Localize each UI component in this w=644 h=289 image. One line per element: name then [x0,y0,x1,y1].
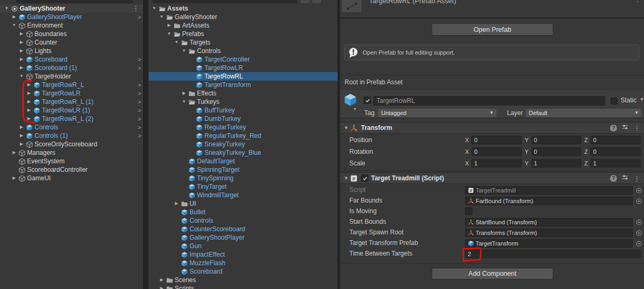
hierarchy-search-field-cutoff[interactable] [16,0,133,3]
foldout-arrow[interactable]: ▶ [18,38,25,47]
static-dropdown-arrow[interactable]: ▼ [640,97,644,102]
presets-icon[interactable] [622,174,629,182]
foldout-arrow[interactable]: ▶ [158,284,165,289]
project-search-field-cutoff[interactable] [153,0,297,3]
project-item-targetcontroller[interactable]: TargetController [149,55,338,64]
project-item-defaulttarget[interactable]: DefaultTarget [149,157,338,165]
project-item-buffturkey[interactable]: BuffTurkey [149,106,338,115]
project-item-regularturkey-red[interactable]: RegularTurkey_Red [149,132,338,140]
panel-splitter[interactable] [143,0,149,289]
project-item-turkeys[interactable]: ▼Turkeys [149,98,338,106]
hierarchy-item-scoreboardcontroller[interactable]: ScoreboardController [0,165,143,174]
foldout-arrow[interactable]: ▼ [158,13,165,21]
open-prefab-chevron-icon[interactable]: > [138,106,141,115]
presets-icon[interactable] [622,124,629,132]
foldout-arrow[interactable]: ▼ [151,4,158,13]
project-item-effects[interactable]: ▶Effects [149,89,338,98]
project-item-counterscoreboard[interactable]: CounterScoreboard [149,225,338,233]
project-item-scripts[interactable]: ▶Scripts [149,284,338,289]
project-item-windmilltarget[interactable]: WindmillTarget [149,191,338,199]
hierarchy-item-controls-1[interactable]: ▶Controls (1)> [0,132,143,140]
project-item-regularturkey[interactable]: RegularTurkey [149,123,338,132]
object-picker-icon[interactable] [636,198,642,205]
project-item-targettransform[interactable]: TargetTransform [149,81,338,89]
foldout-arrow[interactable]: ▼ [181,98,187,106]
project-item-spinningtarget[interactable]: SpinningTarget [149,165,338,174]
foldout-arrow[interactable]: ▶ [18,123,25,132]
component-menu-icon[interactable]: ⋮ [633,174,640,182]
open-prefab-button[interactable]: Open Prefab [432,23,553,36]
script-object-field[interactable]: #TargetTreadmill [465,186,633,195]
prefab-preview-thumbnail[interactable] [342,0,362,12]
foldout-arrow[interactable]: ▼ [342,176,350,181]
open-prefab-chevron-icon[interactable]: > [138,98,141,106]
hierarchy-item-scoreonlyscoreboard[interactable]: ▶ScoreOnlyScoreboard [0,140,143,148]
scale-y-field[interactable]: 1 [531,159,582,168]
hierarchy-item-lights[interactable]: ▶Lights [0,47,143,55]
foldout-arrow[interactable]: ▶ [11,148,18,157]
hierarchy-item-eventsystem[interactable]: EventSystem [0,157,143,165]
position-x-field[interactable]: 0 [471,136,522,144]
hierarchy-item-gameui[interactable]: ▶GameUI [0,174,143,182]
foldout-arrow[interactable]: ▼ [166,30,173,38]
hierarchy-item-managers[interactable]: ▶Managers [0,148,143,157]
foldout-arrow[interactable]: ▶ [166,21,173,30]
foldout-arrow[interactable]: ▶ [18,30,25,38]
open-prefab-chevron-icon[interactable]: > [138,81,141,89]
name-field[interactable]: TargetRowRL [373,96,605,106]
project-item-controls[interactable]: Controls [149,216,338,225]
hierarchy-options-icon[interactable]: ⋮ [133,5,139,13]
project-item-bullet[interactable]: Bullet [149,208,338,216]
foldout-arrow[interactable]: ▶ [11,13,18,21]
foldout-arrow[interactable]: ▶ [18,55,25,64]
project-item-impacteffect[interactable]: ImpactEffect [149,250,338,259]
help-icon[interactable]: ? [610,125,617,132]
hierarchy-item-scoreboard-1[interactable]: ▶Scoreboard (1)> [0,64,143,72]
component-enabled-checkbox[interactable] [361,174,368,182]
project-item-tinyspinning[interactable]: TinySpinning [149,174,338,182]
help-icon[interactable]: ? [610,175,617,182]
project-item-dumbturkey[interactable]: DumbTurkey [149,115,338,123]
foldout-arrow[interactable]: ▶ [173,199,180,208]
project-toolbar-button-cutoff[interactable] [312,0,321,3]
project-item-controls[interactable]: ▼Controls [149,47,338,55]
target-spawn-root-object-field[interactable]: Transforms (Transform) [465,229,633,237]
hierarchy-item-targetrowr-l-1[interactable]: ▶TargetRowR_L (1)> [0,98,143,106]
rotation-x-field[interactable]: 0 [471,147,522,156]
project-item-tinytarget[interactable]: TinyTarget [149,182,338,191]
object-picker-icon[interactable] [636,230,642,237]
project-item-scoreboard[interactable]: Scoreboard [149,267,338,276]
hierarchy-item-targetrowr-l[interactable]: ▶TargetRowR_L> [0,81,143,89]
hierarchy-item-environment[interactable]: ▼Environment [0,21,143,30]
hierarchy-item-targetrowlr[interactable]: ▶TargetRowLR> [0,89,143,98]
foldout-arrow[interactable]: ▶ [181,89,187,98]
open-prefab-chevron-icon[interactable]: > [138,64,141,72]
foldout-arrow[interactable]: ▶ [25,81,32,89]
project-item-sneakyturkey-blue[interactable]: SneakyTurkey_Blue [149,148,338,157]
foldout-arrow[interactable]: ▶ [18,140,25,148]
project-toolbar-button-cutoff[interactable] [300,0,310,3]
project-item-gun[interactable]: Gun [149,242,338,250]
open-prefab-chevron-icon[interactable]: > [138,55,141,64]
scale-z-field[interactable]: 1 [590,159,641,168]
far-bounds-object-field[interactable]: FarBound (Transform) [465,197,633,205]
foldout-arrow[interactable]: ▶ [25,106,32,115]
foldout-arrow[interactable]: ▼ [11,21,18,30]
project-item-galleryshooter[interactable]: ▼GalleryShooter [149,13,338,21]
layer-dropdown[interactable]: Default▼ [526,109,641,117]
rotation-y-field[interactable]: 0 [531,147,582,156]
is-moving-checkbox[interactable] [465,207,473,215]
open-prefab-chevron-icon[interactable]: > [138,89,141,98]
object-picker-icon[interactable] [636,219,642,226]
foldout-arrow[interactable]: ▼ [18,72,25,81]
foldout-arrow[interactable]: ▶ [11,174,18,182]
open-prefab-chevron-icon[interactable]: > [138,123,141,132]
hierarchy-item-targetrowlr-1[interactable]: ▶TargetRowLR (1)> [0,106,143,115]
foldout-arrow[interactable]: ▼ [3,4,10,13]
hierarchy-item-scoreboard[interactable]: ▶Scoreboard> [0,55,143,64]
time-between-targets-field[interactable]: 2 [465,250,641,258]
start-bounds-object-field[interactable]: StartBound (Transform) [465,218,633,226]
open-prefab-chevron-icon[interactable]: > [138,13,141,21]
foldout-arrow[interactable]: ▶ [25,115,32,123]
open-prefab-chevron-icon[interactable]: > [138,115,141,123]
